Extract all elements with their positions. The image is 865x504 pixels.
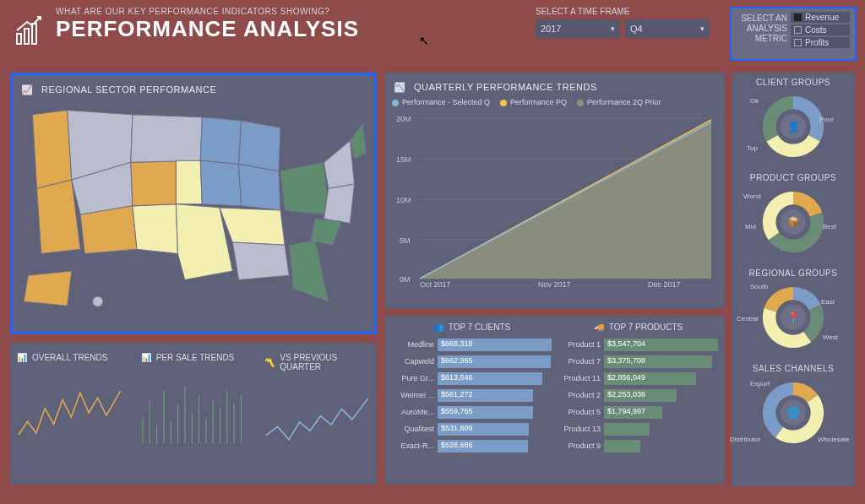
top7-clients-title: TOP 7 CLIENTS (449, 322, 511, 332)
spark-overall: 📊OVERALL TRENDS (17, 353, 122, 466)
bar-value: $528,686 (441, 441, 473, 449)
quarterly-trends-card: 📉QUARTERLY PERFORMANCE TRENDS Performanc… (385, 73, 725, 309)
donut-label: Wholesale (818, 436, 849, 443)
svg-rect-2 (32, 24, 36, 44)
bar-row[interactable]: Exact-R...$528,686 (392, 438, 552, 453)
legend-selected: Performance - Selected Q (392, 98, 490, 106)
quarter-value: Q4 (630, 24, 643, 34)
donut-label: Worst (743, 192, 761, 200)
donut-chart[interactable]: 🌐ExportWholesaleDistributor (757, 377, 830, 449)
bar-value: $2,856,049 (607, 373, 645, 382)
donut-label: Ok (750, 97, 759, 105)
donut-title: SALES CHANNELS (737, 364, 850, 373)
donut-product-groups: PRODUCT GROUPS📦WorstBestMid (737, 173, 850, 260)
right-panel: CLIENT GROUPS👤OkPoorTopPRODUCT GROUPS📦Wo… (732, 73, 855, 486)
bar-label: Pure Gr... (392, 374, 434, 382)
bar-value: $2,253,036 (607, 390, 645, 398)
bar-row[interactable]: Product 11$2,856,049 (558, 371, 718, 386)
bar-label: Product 9 (558, 442, 601, 450)
subtitle: WHAT ARE OUR KEY PERFORMANCE INDICATORS … (56, 7, 359, 16)
bar-label: AuroMe... (392, 408, 434, 416)
bar-label: Medline (392, 340, 434, 349)
bar-row[interactable]: Product 13 (558, 421, 718, 436)
spark-persale-chart[interactable] (141, 371, 247, 455)
donut-chart[interactable]: 📍SouthEastWestCentral (757, 281, 830, 354)
trend-sparklines-card: 📊OVERALL TRENDS 📊PER SALE TRENDS 〽️VS PR… (10, 343, 377, 485)
donut-label: Central (737, 315, 759, 322)
chevron-down-icon: ▾ (700, 24, 705, 33)
bar-label: Product 1 (558, 340, 601, 349)
spark-overall-chart[interactable] (17, 371, 122, 455)
donut-label: Best (823, 223, 836, 230)
spark-vsprev-chart[interactable] (264, 380, 370, 464)
header: WHAT ARE OUR KEY PERFORMANCE INDICATORS … (8, 7, 857, 66)
title-block: WHAT ARE OUR KEY PERFORMANCE INDICATORS … (56, 7, 359, 42)
metric-opt-revenue[interactable]: Revenue (791, 12, 850, 23)
donut-center-icon: 📦 (781, 209, 806, 235)
donut-title: PRODUCT GROUPS (737, 173, 850, 182)
top7-products: 🚚TOP 7 PRODUCTS Product 1$3,547,704Produ… (558, 322, 718, 455)
line-chart-icon: 📉 (392, 79, 407, 95)
svg-text:Oct 2017: Oct 2017 (420, 280, 451, 287)
quarterly-trends-title: QUARTERLY PERFORMANCE TRENDS (414, 82, 597, 92)
logo-icon (8, 7, 49, 54)
trend-line-icon: 〽️ (264, 358, 275, 367)
truck-icon: 🚚 (594, 322, 604, 332)
donut-center-icon: 📍 (781, 305, 806, 330)
bar-label: Product 5 (558, 408, 601, 416)
donut-chart[interactable]: 📦WorstBestMid (757, 186, 830, 258)
quarter-dropdown[interactable]: Q4 ▾ (625, 19, 710, 38)
donut-label: Export (750, 380, 770, 387)
bar-value: $668,318 (441, 339, 473, 348)
donut-chart[interactable]: 👤OkPoorTop (757, 90, 830, 163)
regional-map-card: 📈REGIONAL SECTOR PERFORMANCE (10, 73, 377, 334)
svg-point-3 (93, 296, 103, 306)
donut-label: East (821, 298, 835, 306)
metric-selector: SELECT ANANALYSISMETRIC Revenue Costs Pr… (730, 7, 857, 61)
bar-label: Product 7 (558, 357, 601, 366)
donut-label: Poor (819, 116, 834, 123)
donut-label: Top (747, 144, 758, 152)
svg-text:15M: 15M (396, 155, 411, 164)
page-title: PERFORMANCE ANALYSIS (56, 16, 359, 42)
spark-per-sale: 📊PER SALE TRENDS (141, 353, 247, 466)
donut-center-icon: 👤 (781, 114, 806, 139)
bar-row[interactable]: Qualitest$531,809 (392, 421, 552, 436)
bar-row[interactable]: Pure Gr...$613,546 (392, 371, 552, 386)
bar-value: $3,375,708 (607, 356, 645, 365)
spark-overall-label: OVERALL TRENDS (32, 353, 107, 362)
users-icon: 👥 (433, 322, 443, 332)
us-map[interactable] (19, 100, 367, 320)
bar-row[interactable]: Product 2$2,253,036 (558, 387, 718, 403)
bar-row[interactable]: Medline$668,318 (392, 337, 552, 352)
area-chart[interactable]: 20M 15M 10M 5M 0M Oct 2017 Nov 2017 Dec … (392, 110, 718, 287)
spark-vsprev-label: VS PREVIOUS QUARTER (280, 353, 370, 371)
metric-opt-profits[interactable]: Profits (791, 37, 850, 48)
bar-row[interactable]: Product 9 (558, 438, 718, 453)
year-dropdown[interactable]: 2017 ▾ (536, 19, 620, 38)
bar-label: Weimei ... (392, 391, 434, 399)
bar-row[interactable]: Product 1$3,547,704 (558, 337, 718, 352)
bar-row[interactable]: Capweld$662,965 (392, 354, 552, 369)
year-value: 2017 (541, 24, 561, 34)
bar-row[interactable]: Product 7$3,375,708 (558, 354, 718, 369)
spark-vs-prev: 〽️VS PREVIOUS QUARTER (264, 353, 370, 466)
bar-row[interactable]: Weimei ...$561,272 (392, 387, 552, 403)
donut-regional-groups: REGIONAL GROUPS📍SouthEastWestCentral (737, 268, 850, 355)
svg-text:Nov 2017: Nov 2017 (538, 280, 571, 287)
metric-opt-costs[interactable]: Costs (791, 24, 850, 35)
regional-map-title: REGIONAL SECTOR PERFORMANCE (41, 84, 216, 95)
legend-pq: Performance PQ (500, 98, 567, 106)
bars-icon: 📊 (141, 353, 151, 362)
svg-text:Dec 2017: Dec 2017 (648, 280, 681, 287)
top7-clients: 👥TOP 7 CLIENTS Medline$668,318Capweld$66… (392, 322, 552, 455)
svg-text:10M: 10M (396, 196, 411, 204)
metric-label: SELECT ANANALYSISMETRIC (737, 14, 787, 44)
spark-persale-label: PER SALE TRENDS (156, 353, 235, 362)
bar-row[interactable]: AuroMe...$559,765 (392, 404, 552, 420)
qtr-legend: Performance - Selected Q Performance PQ … (392, 98, 718, 106)
legend-2q: Performance 2Q Prior (577, 98, 661, 106)
bar-label: Product 13 (558, 425, 601, 433)
bar-row[interactable]: Product 5$1,794,997 (558, 404, 718, 420)
svg-rect-0 (17, 34, 21, 44)
